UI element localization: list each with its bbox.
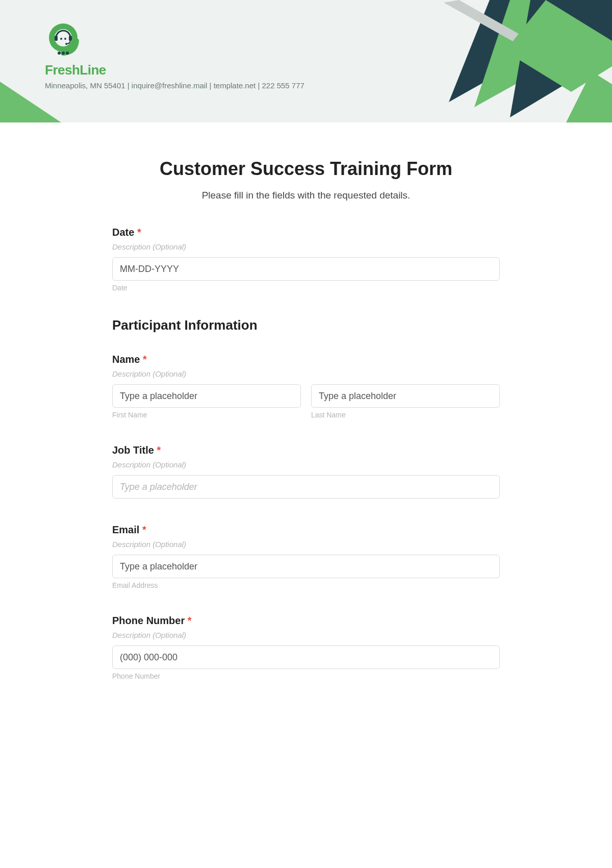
svg-point-13 (65, 43, 67, 45)
phone-input[interactable] (112, 646, 500, 669)
date-description: Description (Optional) (112, 242, 500, 251)
section-participant-title: Participant Information (112, 317, 500, 333)
field-email: Email * Description (Optional) Email Add… (112, 524, 500, 589)
required-mark: * (137, 227, 141, 238)
header-decor-shapes (306, 0, 612, 122)
brand-subtext: Minneapolis, MN 55401 | inquire@freshlin… (45, 81, 304, 90)
last-name-sublabel: Last Name (311, 411, 500, 419)
form-title: Customer Success Training Form (112, 158, 500, 180)
phone-sublabel: Phone Number (112, 672, 500, 680)
job-description: Description (Optional) (112, 460, 500, 469)
first-name-input[interactable] (112, 384, 301, 408)
required-mark: * (188, 615, 192, 626)
date-input[interactable] (112, 257, 500, 281)
field-job-title: Job Title * Description (Optional) (112, 444, 500, 499)
svg-point-11 (60, 38, 62, 40)
name-label: Name * (112, 354, 500, 365)
date-label-text: Date (112, 227, 134, 238)
header-banner: FreshLine Minneapolis, MN 55401 | inquir… (0, 0, 612, 122)
required-mark: * (142, 524, 146, 535)
svg-point-14 (58, 52, 61, 55)
headset-icon (45, 20, 82, 57)
required-mark: * (143, 354, 147, 365)
phone-label: Phone Number * (112, 615, 500, 627)
field-phone: Phone Number * Description (Optional) Ph… (112, 615, 500, 680)
email-label-text: Email (112, 524, 139, 535)
email-label: Email * (112, 524, 500, 536)
first-name-sublabel: First Name (112, 411, 301, 419)
phone-description: Description (Optional) (112, 631, 500, 639)
svg-point-12 (64, 38, 66, 40)
svg-point-16 (66, 52, 69, 55)
phone-label-text: Phone Number (112, 615, 185, 626)
job-title-input[interactable] (112, 475, 500, 499)
form-subtitle: Please fill in the fields with the reque… (112, 190, 500, 201)
brand-block: FreshLine Minneapolis, MN 55401 | inquir… (45, 20, 304, 90)
email-description: Description (Optional) (112, 540, 500, 549)
last-name-input[interactable] (311, 384, 500, 408)
required-mark: * (157, 444, 161, 456)
brand-name: FreshLine (45, 62, 304, 78)
brand-logo (45, 20, 82, 57)
svg-point-15 (62, 52, 65, 55)
date-sublabel: Date (112, 284, 500, 292)
email-input[interactable] (112, 555, 500, 578)
job-label-text: Job Title (112, 444, 154, 456)
date-label: Date * (112, 227, 500, 238)
email-sublabel: Email Address (112, 581, 500, 589)
name-label-text: Name (112, 354, 140, 365)
job-label: Job Title * (112, 444, 500, 456)
field-name: Name * Description (Optional) First Name… (112, 354, 500, 419)
svg-rect-9 (55, 36, 58, 41)
name-description: Description (Optional) (112, 369, 500, 378)
form-container: Customer Success Training Form Please fi… (112, 122, 500, 701)
field-date: Date * Description (Optional) Date (112, 227, 500, 292)
